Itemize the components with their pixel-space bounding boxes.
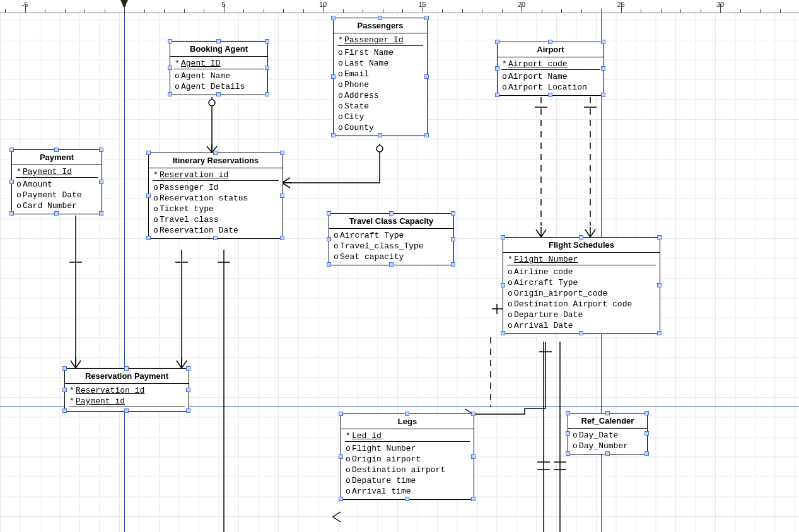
selection-handle[interactable] [168,92,172,96]
selection-handle[interactable] [501,331,505,335]
selection-handle[interactable] [495,40,499,44]
selection-handle[interactable] [62,408,67,413]
selection-handle[interactable] [186,408,190,413]
attribute-marker: o [507,299,513,309]
selection-handle[interactable] [495,66,499,71]
selection-handle[interactable] [146,194,151,198]
selection-handle[interactable] [424,74,429,79]
attribute-row: *Payment_id [69,396,185,407]
attribute-row: oState [337,101,423,112]
selection-handle[interactable] [213,151,218,155]
selection-handle[interactable] [168,39,172,43]
selection-handle[interactable] [501,283,505,287]
selection-handle[interactable] [216,39,221,43]
selection-handle[interactable] [327,237,331,241]
selection-handle[interactable] [331,16,335,20]
selection-handle[interactable] [168,66,172,70]
selection-handle[interactable] [146,236,151,240]
selection-handle[interactable] [451,262,455,267]
selection-handle[interactable] [124,366,129,371]
selection-handle[interactable] [405,412,409,416]
selection-handle[interactable] [265,66,269,70]
selection-handle[interactable] [9,180,14,184]
selection-handle[interactable] [280,236,284,240]
selection-handle[interactable] [579,331,583,335]
selection-handle[interactable] [280,151,284,155]
selection-handle[interactable] [579,235,583,240]
entity-ref_calender[interactable]: Ref_CalenderoDay_DateoDay_Number [568,413,648,454]
selection-handle[interactable] [495,93,499,97]
attribute-text: Airline code [513,267,573,277]
selection-handle[interactable] [601,66,605,71]
selection-handle[interactable] [566,451,570,456]
selection-handle[interactable] [601,93,605,97]
selection-handle[interactable] [99,180,103,184]
selection-handle[interactable] [657,283,662,287]
entity-travel_class[interactable]: Travel Class CapacityoAircraft TypeoTrav… [329,213,454,265]
selection-handle[interactable] [657,331,662,335]
attribute-row: oArrival Date [507,320,656,331]
selection-handle[interactable] [605,451,610,456]
selection-handle[interactable] [280,194,284,198]
selection-handle[interactable] [62,388,67,392]
selection-handle[interactable] [265,92,269,96]
selection-handle[interactable] [451,211,455,216]
entity-passengers[interactable]: Passengers*Passenger_IdoFirst NameoLast … [333,18,428,136]
selection-handle[interactable] [548,93,552,97]
selection-handle[interactable] [644,411,649,415]
entity-legs[interactable]: Legs*Led_idoFlight NumberoOrigin airport… [341,413,474,500]
selection-handle[interactable] [389,262,394,267]
entity-reservation_payment[interactable]: Reservation Payment*Reservation_id*Payme… [64,368,189,412]
selection-handle[interactable] [451,237,455,241]
selection-handle[interactable] [62,366,67,371]
selection-handle[interactable] [99,211,103,216]
diagram-canvas[interactable]: -5051015202530 [0,0,799,532]
selection-handle[interactable] [99,147,103,152]
entity-booking_agent[interactable]: Booking Agent*Agent IDoAgent NameoAgent … [170,41,268,95]
selection-handle[interactable] [339,454,343,459]
selection-handle[interactable] [54,147,59,152]
selection-handle[interactable] [339,497,343,501]
selection-handle[interactable] [405,497,409,501]
attribute-marker: o [174,81,180,92]
selection-handle[interactable] [644,451,649,456]
entity-itinerary[interactable]: Itinerary Reservations*Reservation_idoPa… [148,153,283,239]
selection-handle[interactable] [471,454,475,459]
selection-handle[interactable] [216,92,221,96]
selection-handle[interactable] [566,411,570,415]
selection-handle[interactable] [501,235,505,240]
entity-payment[interactable]: Payment*Payment_IdoAmountoPayment DateoC… [11,149,102,214]
selection-handle[interactable] [657,235,662,240]
selection-handle[interactable] [186,366,190,371]
selection-handle[interactable] [389,211,394,216]
attribute-row: *Reservation_id [153,170,279,180]
selection-handle[interactable] [331,74,335,79]
selection-handle[interactable] [186,388,190,392]
selection-handle[interactable] [566,431,570,436]
selection-handle[interactable] [605,411,610,415]
selection-handle[interactable] [644,431,649,436]
selection-handle[interactable] [601,40,605,44]
selection-handle[interactable] [424,133,429,137]
selection-handle[interactable] [327,211,331,216]
selection-handle[interactable] [9,211,14,216]
attribute-text: Origin airport [351,454,421,464]
selection-handle[interactable] [124,408,129,413]
selection-handle[interactable] [146,151,151,155]
selection-handle[interactable] [548,40,552,44]
selection-handle[interactable] [327,262,331,267]
selection-handle[interactable] [265,39,269,43]
selection-handle[interactable] [424,16,429,20]
selection-handle[interactable] [471,412,475,416]
selection-handle[interactable] [331,133,335,137]
selection-handle[interactable] [54,211,59,216]
selection-handle[interactable] [213,236,218,240]
selection-handle[interactable] [9,147,14,152]
selection-handle[interactable] [378,16,382,20]
selection-handle[interactable] [378,133,382,137]
selection-handle[interactable] [339,412,343,416]
entity-flight_schedules[interactable]: Flight Schedules*Flight NumberoAirline c… [503,237,660,334]
entity-airport[interactable]: Airport*Airport_codeoAirport NameoAirpor… [497,42,604,96]
selection-handle[interactable] [471,497,475,501]
attribute-text: Aircraft Type [339,231,404,240]
